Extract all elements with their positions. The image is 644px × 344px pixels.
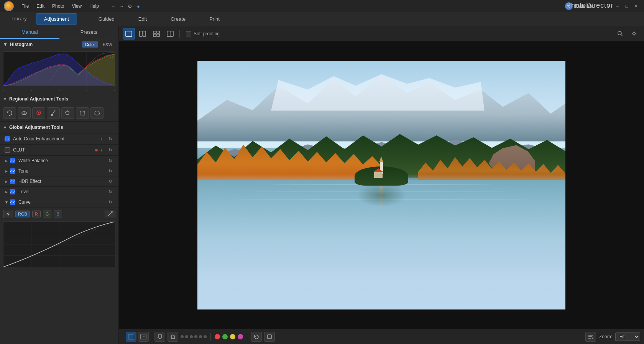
curve-canvas[interactable] (3, 221, 115, 267)
menu-photo[interactable]: Photo (49, 2, 67, 10)
auto-color-reset[interactable]: ↻ (107, 136, 114, 142)
tab-presets[interactable]: Presets (59, 26, 119, 39)
bottom-right: Zoom: Fit Fill 25% 50% 75% 100% 150% 200… (585, 332, 640, 342)
tone-expand[interactable]: ► (5, 169, 8, 173)
histogram-expand-icon[interactable]: ⛶ (109, 53, 113, 58)
histogram-canvas: ⛶ (3, 51, 115, 86)
maximize-button[interactable]: □ (623, 2, 631, 10)
view-grid[interactable] (150, 28, 163, 40)
dot-separator-3 (190, 335, 193, 338)
close-button[interactable]: ✕ (632, 2, 640, 10)
bottom-divider-2 (247, 333, 247, 341)
channel-g[interactable]: G (43, 211, 52, 217)
brush-paint-tool[interactable] (47, 107, 60, 119)
auto-color-row: ✓ Auto Color Enhancement + ↻ (0, 133, 118, 145)
svg-rect-16 (80, 112, 85, 115)
settings-icon[interactable]: ⚙ (127, 3, 133, 10)
curve-reset[interactable]: ↻ (107, 199, 114, 205)
color-red[interactable] (215, 334, 220, 339)
search-btn[interactable] (614, 28, 626, 40)
channel-b[interactable]: B (54, 211, 62, 217)
paste-adjustments-btn[interactable] (168, 332, 178, 342)
tab-manual[interactable]: Manual (0, 26, 59, 39)
pan-btn[interactable] (628, 28, 640, 40)
histogram-bw-btn[interactable]: B&W (100, 41, 115, 48)
curve-header-row: ▼ ✓ Curve ↻ (0, 197, 118, 207)
clut-reset[interactable]: ↻ (107, 147, 114, 153)
radial-tool[interactable] (18, 107, 31, 119)
histogram-color-btn[interactable]: Color (82, 41, 98, 48)
redo-button[interactable]: → (118, 3, 125, 10)
channel-rgb[interactable]: RGB (15, 211, 30, 217)
level-reset[interactable]: ↻ (107, 189, 114, 194)
svg-rect-32 (140, 31, 142, 36)
undo-button[interactable]: ← (110, 3, 117, 10)
curve-actions: ↻ (107, 199, 114, 205)
regional-tools-header[interactable]: ▼ Regional Adjustment Tools (0, 93, 118, 105)
level-checkbox[interactable]: ✓ (10, 189, 15, 194)
hdr-reset[interactable]: ↻ (107, 179, 114, 184)
info-btn[interactable] (138, 332, 149, 342)
auto-color-checkbox[interactable]: ✓ (5, 136, 10, 142)
global-tools-header[interactable]: ▼ Global Adjustment Tools (0, 122, 118, 133)
hdr-checkbox[interactable]: ✓ (10, 179, 15, 184)
rect-select-tool[interactable] (76, 107, 89, 119)
menu-view[interactable]: View (69, 2, 85, 10)
color-green[interactable] (222, 334, 228, 339)
rotate-left-btn[interactable] (251, 332, 262, 342)
soft-proofing-checkbox[interactable] (186, 31, 191, 36)
curve-controls: RGB R G B (0, 207, 118, 221)
zoom-select[interactable]: Fit Fill 25% 50% 75% 100% 150% 200% (615, 332, 640, 341)
clut-add[interactable]: + (98, 147, 105, 153)
tab-guided[interactable]: Guided (92, 14, 121, 24)
color-yellow[interactable] (230, 334, 235, 339)
channel-r[interactable]: R (32, 211, 41, 217)
tab-print[interactable]: Print (203, 14, 226, 24)
curve-draw-btn[interactable] (105, 210, 115, 218)
white-balance-checkbox[interactable]: ✓ (10, 158, 15, 163)
menu-edit[interactable]: Edit (33, 2, 48, 10)
clut-checkbox[interactable] (5, 147, 10, 153)
svg-rect-45 (131, 335, 132, 339)
tab-create[interactable]: Create (164, 14, 192, 24)
crop-btn[interactable] (264, 332, 275, 342)
eye-dropper-tool[interactable] (32, 107, 45, 119)
clut-dot (95, 149, 98, 151)
svg-rect-37 (157, 34, 159, 36)
histogram-chart (3, 52, 115, 86)
curve-expand[interactable]: ▼ (5, 200, 8, 204)
tone-checkbox[interactable]: ✓ (10, 168, 15, 174)
curve-add-point[interactable] (3, 210, 13, 218)
histogram-toggle: Color B&W (82, 41, 115, 48)
level-expand[interactable]: ► (5, 190, 8, 194)
hdr-expand[interactable]: ► (5, 179, 8, 184)
copy-adjustments-btn[interactable] (154, 332, 165, 342)
white-balance-expand[interactable]: ► (5, 159, 8, 163)
menu-file[interactable]: File (18, 2, 32, 10)
tab-library[interactable]: Library (4, 13, 34, 25)
notification-icon[interactable]: ● (135, 3, 142, 10)
sort-btn[interactable] (585, 332, 596, 342)
lasso-tool[interactable] (3, 107, 16, 119)
minimize-button[interactable]: − (613, 2, 622, 10)
tab-edit[interactable]: Edit (132, 14, 153, 24)
color-purple[interactable] (238, 334, 243, 339)
auto-color-add[interactable]: + (98, 136, 105, 142)
tone-reset[interactable]: ↻ (107, 168, 114, 174)
app-title: PhotoDirector (566, 2, 613, 10)
white-balance-reset[interactable]: ↻ (107, 158, 114, 163)
menu-help[interactable]: Help (86, 2, 102, 10)
svg-rect-44 (129, 335, 130, 339)
tick-0: - (3, 88, 4, 92)
ellipse-select-tool[interactable] (90, 107, 104, 119)
svg-point-40 (618, 31, 621, 35)
view-compare-horiz[interactable] (136, 28, 149, 40)
histogram-arrow[interactable]: ▼ (3, 42, 8, 47)
filmstrip-btn[interactable] (126, 332, 136, 342)
view-before-after[interactable] (164, 28, 176, 40)
clone-stamp-tool[interactable] (61, 107, 74, 119)
view-single[interactable] (123, 28, 135, 40)
auto-color-label: Auto Color Enhancement (13, 136, 98, 142)
curve-checkbox[interactable]: ✓ (10, 199, 15, 205)
tab-adjustment[interactable]: Adjustment (36, 13, 77, 25)
